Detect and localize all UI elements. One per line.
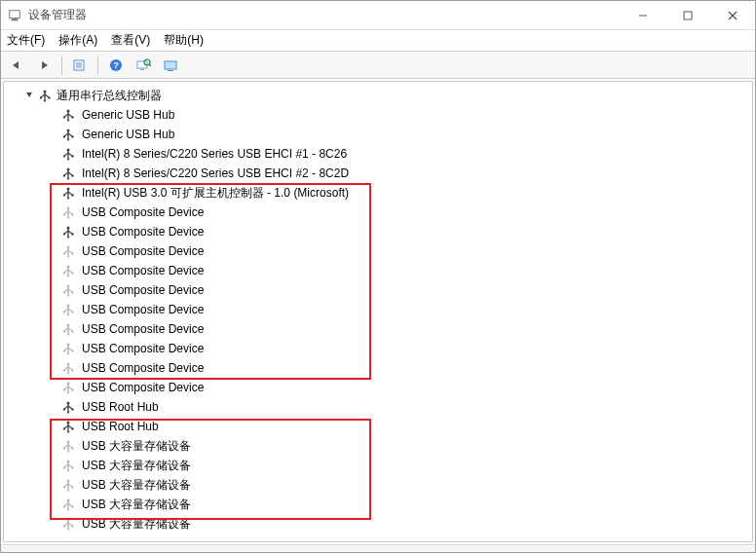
svg-rect-89: [63, 312, 65, 313]
svg-rect-137: [63, 467, 65, 469]
svg-point-66: [71, 233, 73, 235]
svg-point-78: [71, 272, 73, 274]
tree-device-label: USB Composite Device: [82, 361, 204, 375]
close-button[interactable]: [710, 1, 755, 29]
svg-point-36: [71, 135, 73, 137]
toolbar-separator: [97, 55, 98, 75]
menu-file[interactable]: 文件(F): [7, 32, 45, 49]
properties-button[interactable]: [68, 55, 92, 76]
svg-point-126: [71, 427, 73, 429]
usb-device-icon: [60, 147, 76, 161]
svg-rect-17: [165, 61, 176, 69]
minimize-button[interactable]: [621, 1, 665, 29]
tree-device-row[interactable]: USB Composite Device: [49, 241, 752, 261]
usb-device-icon: [60, 400, 76, 414]
tree-device-label: Generic USB Hub: [82, 108, 174, 122]
scan-hardware-button[interactable]: [132, 55, 155, 76]
svg-rect-2: [13, 18, 17, 18]
svg-rect-149: [63, 506, 65, 508]
svg-rect-41: [63, 156, 65, 158]
svg-rect-101: [63, 350, 65, 352]
tree-category-label: 通用串行总线控制器: [57, 88, 162, 104]
svg-rect-83: [63, 292, 65, 294]
svg-point-72: [71, 252, 73, 254]
usb-device-icon: [60, 264, 76, 277]
help-button[interactable]: ?: [104, 55, 128, 76]
tree-device-row[interactable]: USB Composite Device: [49, 261, 752, 280]
tree-device-row[interactable]: Intel(R) USB 3.0 可扩展主机控制器 - 1.0 (Microso…: [49, 183, 752, 203]
svg-rect-35: [63, 136, 65, 138]
svg-rect-119: [63, 409, 65, 411]
tree-device-row[interactable]: USB Composite Device: [49, 203, 752, 222]
tree-device-row[interactable]: USB Root Hub: [49, 397, 752, 417]
tree-device-label: USB Composite Device: [82, 381, 204, 394]
window-buttons: [621, 1, 755, 29]
back-button[interactable]: [5, 55, 28, 76]
tree-device-label: USB Composite Device: [82, 283, 204, 297]
tree-device-row[interactable]: Intel(R) 8 Series/C220 Series USB EHCI #…: [49, 164, 752, 183]
tree-device-row[interactable]: Generic USB Hub: [49, 105, 752, 125]
svg-point-150: [71, 505, 73, 507]
svg-rect-1: [12, 18, 19, 20]
menu-help[interactable]: 帮助(H): [164, 32, 204, 49]
tree-device-label: Intel(R) USB 3.0 可扩展主机控制器 - 1.0 (Microso…: [82, 185, 349, 202]
svg-rect-59: [63, 214, 65, 216]
toolbar: ?: [1, 52, 755, 79]
tree-device-row[interactable]: Intel(R) 8 Series/C220 Series USB EHCI #…: [49, 144, 752, 164]
tree-device-label: Intel(R) 8 Series/C220 Series USB EHCI #…: [82, 147, 347, 161]
tree-device-label: USB 大容量存储设备: [82, 458, 191, 474]
tree-device-row[interactable]: USB Root Hub: [49, 417, 752, 436]
tree-device-row[interactable]: USB Composite Device: [49, 222, 752, 241]
usb-device-icon: [60, 361, 76, 375]
device-tree[interactable]: 通用串行总线控制器 Generic USB HubGeneric USB Hub…: [3, 81, 753, 542]
svg-point-84: [71, 291, 73, 293]
tree-device-row[interactable]: USB Composite Device: [49, 319, 752, 339]
tree-device-label: USB 大容量存储设备: [82, 516, 191, 533]
usb-device-icon: [60, 439, 76, 453]
app-icon: [7, 8, 22, 23]
tree-device-row[interactable]: Generic USB Hub: [49, 125, 752, 144]
tree-device-row[interactable]: USB 大容量存储设备: [49, 495, 752, 514]
tree-device-row[interactable]: USB Composite Device: [49, 300, 752, 319]
tree-device-label: USB Composite Device: [82, 342, 204, 355]
usb-device-icon: [60, 225, 76, 239]
svg-rect-95: [63, 331, 65, 333]
svg-rect-71: [63, 253, 65, 255]
expander-collapse-icon[interactable]: [21, 89, 37, 102]
svg-rect-77: [63, 273, 65, 275]
tree-device-row[interactable]: USB 大容量存储设备: [49, 475, 752, 495]
tree-device-row[interactable]: USB 大容量存储设备: [49, 436, 752, 456]
tree-device-row[interactable]: USB Composite Device: [49, 358, 752, 378]
svg-rect-155: [63, 526, 65, 528]
tree-device-row[interactable]: USB Composite Device: [49, 339, 752, 358]
tree-device-row[interactable]: USB Composite Device: [49, 280, 752, 300]
usb-device-icon: [60, 478, 76, 492]
usb-controller-icon: [37, 89, 53, 102]
usb-device-icon: [60, 303, 76, 316]
usb-device-icon: [60, 381, 76, 394]
menu-view[interactable]: 查看(V): [111, 32, 150, 49]
tree-device-row[interactable]: USB 大容量存储设备: [49, 514, 752, 534]
tree-device-label: USB Root Hub: [82, 400, 159, 414]
svg-rect-29: [63, 117, 65, 119]
status-bar: [1, 544, 755, 552]
show-hidden-button[interactable]: [159, 55, 182, 76]
svg-rect-143: [63, 487, 65, 489]
tree-category-row[interactable]: 通用串行总线控制器: [21, 86, 752, 105]
svg-point-54: [71, 194, 73, 196]
forward-button[interactable]: [32, 55, 56, 76]
svg-rect-0: [10, 10, 20, 18]
tree-device-row[interactable]: USB Composite Device: [49, 378, 752, 397]
window-title: 设备管理器: [28, 7, 87, 23]
toolbar-separator: [61, 55, 62, 75]
tree-device-row[interactable]: USB 大容量存储设备: [49, 456, 752, 475]
usb-device-icon: [60, 517, 76, 531]
svg-point-132: [71, 447, 73, 449]
svg-text:?: ?: [113, 60, 119, 70]
menu-action[interactable]: 操作(A): [58, 32, 97, 49]
svg-rect-53: [63, 195, 65, 197]
tree-device-label: USB Composite Device: [82, 244, 204, 258]
maximize-button[interactable]: [665, 1, 710, 29]
usb-device-icon: [60, 342, 76, 355]
tree-device-label: USB Composite Device: [82, 205, 204, 219]
